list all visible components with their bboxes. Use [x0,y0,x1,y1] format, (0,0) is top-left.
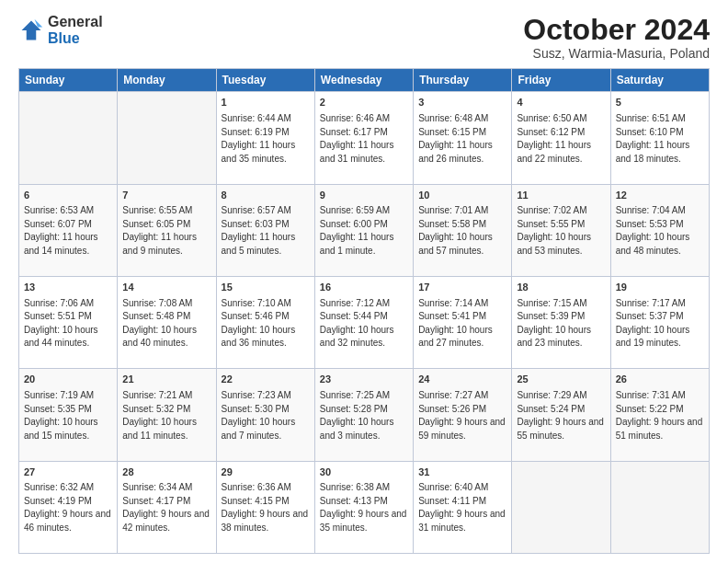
sunrise-text: Sunrise: 7:12 AM [320,298,390,308]
sunset-text: Sunset: 6:15 PM [418,127,486,137]
calendar-cell: 14Sunrise: 7:08 AMSunset: 5:48 PMDayligh… [118,276,216,368]
sunset-text: Sunset: 5:48 PM [122,311,190,321]
calendar-cell: 23Sunrise: 7:25 AMSunset: 5:28 PMDayligh… [314,369,413,461]
day-number: 22 [222,373,310,386]
sunrise-text: Sunrise: 6:34 AM [122,482,192,492]
calendar-week-row: 6Sunrise: 6:53 AMSunset: 6:07 PMDaylight… [19,184,710,276]
weekday-header-thursday: Thursday [414,69,512,92]
calendar-cell: 8Sunrise: 6:57 AMSunset: 6:03 PMDaylight… [216,184,314,276]
calendar-cell: 24Sunrise: 7:27 AMSunset: 5:26 PMDayligh… [414,369,512,461]
sunset-text: Sunset: 6:05 PM [122,219,190,229]
daylight-text: Daylight: 10 hours and 44 minutes. [24,325,98,349]
calendar-cell [19,92,118,184]
sunrise-text: Sunrise: 7:19 AM [24,390,94,400]
calendar-cell: 22Sunrise: 7:23 AMSunset: 5:30 PMDayligh… [216,369,314,461]
calendar-cell: 1Sunrise: 6:44 AMSunset: 6:19 PMDaylight… [216,92,314,184]
sunrise-text: Sunrise: 6:46 AM [320,113,390,123]
calendar-cell: 9Sunrise: 6:59 AMSunset: 6:00 PMDaylight… [314,184,413,276]
calendar-cell: 10Sunrise: 7:01 AMSunset: 5:58 PMDayligh… [414,184,512,276]
day-number: 15 [222,281,310,294]
day-number: 7 [122,189,210,202]
calendar-cell: 7Sunrise: 6:55 AMSunset: 6:05 PMDaylight… [118,184,216,276]
logo-icon [18,17,44,43]
sunset-text: Sunset: 6:12 PM [517,127,585,137]
sunrise-text: Sunrise: 7:14 AM [418,298,488,308]
weekday-header-wednesday: Wednesday [314,69,413,92]
sunset-text: Sunset: 5:37 PM [616,311,684,321]
calendar-cell: 11Sunrise: 7:02 AMSunset: 5:55 PMDayligh… [512,184,610,276]
sunset-text: Sunset: 6:17 PM [320,127,388,137]
daylight-text: Daylight: 10 hours and 36 minutes. [222,325,296,349]
sunrise-text: Sunrise: 6:53 AM [24,205,94,215]
calendar-week-row: 13Sunrise: 7:06 AMSunset: 5:51 PMDayligh… [19,276,710,368]
weekday-header-saturday: Saturday [610,69,709,92]
calendar-cell: 19Sunrise: 7:17 AMSunset: 5:37 PMDayligh… [610,276,709,368]
calendar-week-row: 20Sunrise: 7:19 AMSunset: 5:35 PMDayligh… [19,369,710,461]
sunrise-text: Sunrise: 7:04 AM [616,205,686,215]
weekday-header-monday: Monday [118,69,216,92]
day-number: 11 [517,189,605,202]
calendar-cell: 17Sunrise: 7:14 AMSunset: 5:41 PMDayligh… [414,276,512,368]
sunrise-text: Sunrise: 7:17 AM [616,298,686,308]
sunrise-text: Sunrise: 7:15 AM [517,298,586,308]
daylight-text: Daylight: 10 hours and 11 minutes. [122,417,197,441]
daylight-text: Daylight: 11 hours and 26 minutes. [418,140,493,164]
day-number: 24 [418,373,506,386]
daylight-text: Daylight: 10 hours and 32 minutes. [320,325,394,349]
daylight-text: Daylight: 10 hours and 57 minutes. [418,232,493,256]
calendar-cell: 3Sunrise: 6:48 AMSunset: 6:15 PMDaylight… [414,92,512,184]
day-number: 31 [418,465,506,479]
daylight-text: Daylight: 10 hours and 48 minutes. [616,232,690,256]
logo: General Blue [18,14,103,46]
sunset-text: Sunset: 5:24 PM [517,404,585,414]
sunset-text: Sunset: 4:11 PM [418,496,486,506]
sunset-text: Sunset: 6:10 PM [616,127,684,137]
day-number: 30 [320,465,408,479]
sunset-text: Sunset: 5:30 PM [222,404,290,414]
sunrise-text: Sunrise: 7:25 AM [320,390,390,400]
sunrise-text: Sunrise: 7:01 AM [418,205,488,215]
day-number: 23 [320,373,408,386]
daylight-text: Daylight: 10 hours and 19 minutes. [616,325,690,349]
calendar-cell: 13Sunrise: 7:06 AMSunset: 5:51 PMDayligh… [19,276,118,368]
day-number: 13 [24,281,112,294]
calendar-cell: 5Sunrise: 6:51 AMSunset: 6:10 PMDaylight… [610,92,709,184]
calendar-cell: 28Sunrise: 6:34 AMSunset: 4:17 PMDayligh… [118,461,216,553]
calendar-cell: 31Sunrise: 6:40 AMSunset: 4:11 PMDayligh… [414,461,512,553]
sunrise-text: Sunrise: 7:06 AM [24,298,94,308]
day-number: 10 [418,189,506,202]
day-number: 9 [320,189,408,202]
daylight-text: Daylight: 10 hours and 40 minutes. [122,325,197,349]
calendar-cell: 30Sunrise: 6:38 AMSunset: 4:13 PMDayligh… [314,461,413,553]
calendar-cell: 16Sunrise: 7:12 AMSunset: 5:44 PMDayligh… [314,276,413,368]
calendar-cell: 18Sunrise: 7:15 AMSunset: 5:39 PMDayligh… [512,276,610,368]
daylight-text: Daylight: 9 hours and 38 minutes. [222,509,309,533]
logo-text: General Blue [48,14,103,46]
daylight-text: Daylight: 10 hours and 7 minutes. [222,417,296,441]
calendar-cell: 26Sunrise: 7:31 AMSunset: 5:22 PMDayligh… [610,369,709,461]
sunset-text: Sunset: 6:07 PM [24,219,92,229]
month-title: October 2024 [523,14,710,46]
calendar-cell: 25Sunrise: 7:29 AMSunset: 5:24 PMDayligh… [512,369,610,461]
daylight-text: Daylight: 9 hours and 31 minutes. [418,509,506,533]
day-number: 16 [320,281,408,294]
logo-general-text: General [48,14,103,30]
sunrise-text: Sunrise: 7:31 AM [616,390,686,400]
calendar-cell: 20Sunrise: 7:19 AMSunset: 5:35 PMDayligh… [19,369,118,461]
calendar-week-row: 27Sunrise: 6:32 AMSunset: 4:19 PMDayligh… [19,461,710,553]
calendar-cell: 21Sunrise: 7:21 AMSunset: 5:32 PMDayligh… [118,369,216,461]
sunrise-text: Sunrise: 6:51 AM [616,113,686,123]
daylight-text: Daylight: 9 hours and 51 minutes. [616,417,703,441]
sunset-text: Sunset: 5:41 PM [418,311,486,321]
day-number: 5 [616,96,704,109]
calendar-cell: 12Sunrise: 7:04 AMSunset: 5:53 PMDayligh… [610,184,709,276]
day-number: 26 [616,373,704,386]
sunset-text: Sunset: 5:26 PM [418,404,486,414]
sunset-text: Sunset: 6:03 PM [222,219,290,229]
daylight-text: Daylight: 10 hours and 15 minutes. [24,417,98,441]
location-subtitle: Susz, Warmia-Masuria, Poland [523,46,710,61]
day-number: 12 [616,189,704,202]
page: General Blue October 2024 Susz, Warmia-M… [0,0,728,563]
day-number: 4 [517,96,605,109]
sunrise-text: Sunrise: 6:38 AM [320,482,390,492]
